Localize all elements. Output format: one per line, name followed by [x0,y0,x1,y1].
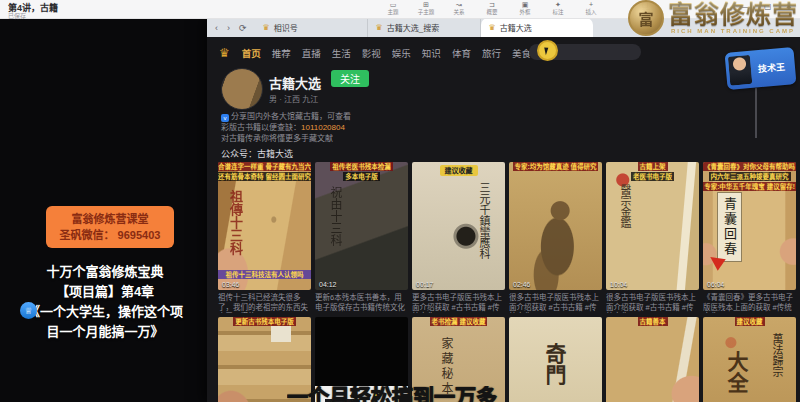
video-card[interactable]: 青囊回春《青囊回春》对你父母有帮助吗内六年三派五种拨要真研究专家:中华五千年瑰宝… [703,162,796,313]
video-thumbnail[interactable]: 祝由十三科祖传老医书残本捡漏多本电子版04:12 [315,162,408,290]
browser-tab[interactable]: ♛古籍大选 [481,18,593,37]
overlay-text: 专家:中华五千年瑰宝 建议留存! [703,182,796,191]
thumbnail-image [412,162,505,290]
video-card[interactable]: 古籍善本 [606,317,699,402]
trophy-icon: ♕ [20,302,37,319]
nav-item-影视[interactable]: 影视 [362,46,381,60]
nav-item-直播[interactable]: 直播 [302,46,321,60]
forward-icon[interactable]: › [227,23,230,33]
site-favicon-icon: ♛ [376,23,383,32]
video-caption: 很多古书电子版医书残本上面介绍获取 #古书古籍 #传统文化 [606,293,699,313]
video-thumbnail[interactable]: 祖傳十三科合谱连字一样重 骨子藏有九当六还有筋骨本奇特 留经圆士面研究祖传十三科… [218,162,311,290]
refresh-icon[interactable]: ⟳ [239,23,247,33]
badge-line1: 富翁修炼营课堂 [48,211,172,227]
video-card[interactable]: 萬法歸宗大全建议收藏 [703,317,796,402]
banner-pole [755,88,757,138]
nav-item-推荐[interactable]: 推荐 [272,46,291,60]
course-title-line: 目一个月能搞一万》 [8,322,202,342]
site-logo-icon: ♛ [219,46,230,60]
banner-avatar [728,55,752,86]
callout-icon: ✦ [555,0,561,9]
topic-icon: ▭ [390,0,397,9]
thumbnail-top-overlay: 古籍善本 [606,317,699,326]
thumbnail-big-text: 奇門 [539,343,569,385]
thumbnail-top-overlay: 古籍上架老医书电子版 [606,162,699,181]
browser-tab[interactable]: ♛相识号 [255,18,368,37]
thumbnail-vertical-text: 祖傳十三科 [226,190,245,255]
bio-highlight: 1011020804 [301,123,345,132]
nav-item-美食[interactable]: 美食 [512,46,531,60]
nav-item-生活[interactable]: 生活 [332,46,351,60]
tool-label: 插入 [585,9,596,16]
nav-item-旅行[interactable]: 旅行 [482,46,501,60]
course-title-line: 【项目篇】第4章 [8,282,202,302]
badge-line2: 圣矾微信： 9695403 [48,227,172,243]
watermark: 富 富翁修炼营 RICH MAN TRAINING CAMP [628,0,798,36]
browser-window: ‹ › ⟳ ♛相识号♛古籍大选_搜索♛古籍大选 ♛ 首页推荐直播生活影视娱乐知识… [207,18,800,402]
video-thumbnail[interactable]: 专家:均为馆藏真迹 值得研究02:46 [509,162,602,290]
thumbnail-top-overlay: 《青囊回春》对你父母有帮助吗内六年三派五种拨要真研究专家:中华五千年瑰宝 建议留… [703,162,796,191]
video-thumbnail[interactable]: 萬法歸宗大全建议收藏 [703,317,796,402]
video-card[interactable]: 祝由十三科祖传老医书残本捡漏多本电子版04:12更新6本残本医书善本，用电子版保… [315,162,408,313]
watermark-logo-icon: 富 [628,0,664,36]
thumbnail-top-overlay: 建议收藏 [412,162,505,176]
thumbnail-top-overlay: 更新古书残本电子版 [218,317,311,326]
video-duration: 06:04 [707,281,725,288]
overlay-text: 还有筋骨本奇特 留经圆士面研究 [218,172,311,181]
browser-tab[interactable]: ♛古籍大选_搜索 [368,18,481,37]
nav-item-娱乐[interactable]: 娱乐 [392,46,411,60]
video-card[interactable]: 醫宗金鑑古籍上架老医书电子版10:04很多古书电子版医书残本上面介绍获取 #古书… [606,162,699,313]
subtitle-text: 一个月轻松搞到一万多 [287,386,497,402]
thumbnail-image [509,162,602,290]
video-card[interactable]: 专家:均为馆藏真迹 值得研究02:46很多古书电子版医书残本上面介绍获取 #古书… [509,162,602,313]
back-icon[interactable]: ‹ [215,23,218,33]
video-thumbnail[interactable]: 醫宗金鑑古籍上架老医书电子版10:04 [606,162,699,290]
toolbar-tool-子主题[interactable]: ⊞子主题 [415,0,437,16]
overlay-text: 老医书电子版 [631,172,674,181]
video-duration: 00:17 [416,281,434,288]
overlay-text: 古籍上架 [638,162,668,171]
video-card[interactable]: 祖傳十三科合谱连字一样重 骨子藏有九当六还有筋骨本奇特 留经圆士面研究祖传十三科… [218,162,311,313]
save-status: 已保存 [8,11,26,20]
site-favicon-icon: ♛ [263,23,270,32]
overlay-text: 古籍善本 [638,317,668,326]
thumbnail-vertical-text: 青囊回春 [717,192,742,262]
nav-item-知识[interactable]: 知识 [422,46,441,60]
video-thumbnail[interactable]: 古籍善本 [606,317,699,402]
thumbnail-vertical-text: 萬法歸宗 [768,333,784,377]
official-account-line: 公众号：古籍大选 [221,147,293,160]
video-thumbnail[interactable]: 青囊回春《青囊回春》对你父母有帮助吗内六年三派五种拨要真研究专家:中华五千年瑰宝… [703,162,796,290]
thumbnail-big-text: 大全 [721,351,751,393]
tool-label: 关系 [453,9,464,16]
video-card[interactable]: 三元千鎮蠻應科建议收藏00:17更多古书电子版医书残本上面介绍获取 #古书古籍 … [412,162,505,313]
tool-label: 外框 [519,9,530,16]
toolbar-tool-外框[interactable]: ▣外框 [514,0,536,16]
follow-button[interactable]: 关注 [331,70,369,87]
tool-label: 主题 [387,9,398,16]
video-thumbnail[interactable]: 三元千鎮蠻應科建议收藏00:17 [412,162,505,290]
floating-banner[interactable]: 技术王 [725,47,797,90]
thumbnail-image [606,317,699,402]
toolbar-tool-标注[interactable]: ✦标注 [547,0,569,16]
tab-title: 古籍大选 [500,22,532,33]
bio-line3: 对古籍传承你将懂更多手藏文献 [221,133,393,144]
toolbar-tool-插入[interactable]: +插入 [580,0,602,16]
video-duration: 10:04 [610,281,628,288]
toolbar-tool-关系[interactable]: ↝关系 [448,0,470,16]
thumbnail-vertical-text: 祝由十三科 [327,186,344,246]
thumbnail-vertical-text: 醫宗金鑑 [616,184,632,228]
profile-avatar[interactable] [221,68,263,110]
tabs: ♛相识号♛古籍大选_搜索♛古籍大选 [255,18,593,37]
thumbnail-top-overlay: 祖传老医书残本捡漏多本电子版 [315,162,408,181]
video-duration: 03:46 [222,281,240,288]
site-favicon-icon: ♛ [489,23,496,32]
subtopic-icon: ⊞ [423,0,429,9]
nav-item-首页[interactable]: 首页 [242,46,261,60]
toolbar-tool-主题[interactable]: ▭主题 [382,0,404,16]
mouse-cursor-highlight [537,40,558,61]
toolbar-tool-概要[interactable]: ⊐概要 [481,0,503,16]
course-title: 十万个富翁修炼宝典【项目篇】第4章《一个大学生，操作这个项目一个月能搞一万》 [8,262,202,342]
summary-icon: ⊐ [489,0,495,9]
nav-item-体育[interactable]: 体育 [452,46,471,60]
overlay-text: 专家:均为馆藏真迹 值得研究 [513,162,599,171]
